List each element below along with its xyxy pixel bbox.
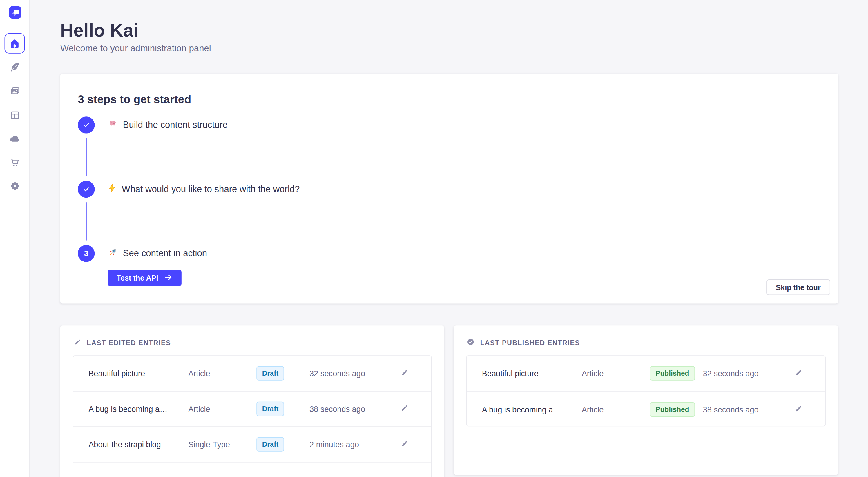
status-badge: Draft [256,437,284,452]
sidebar-item-home[interactable] [5,33,25,54]
step-3-label: See content in action [107,247,207,260]
main-content: Hello Kai Welcome to your administration… [60,0,838,477]
entry-time: 32 seconds ago [309,369,397,378]
onboarding-card: 3 steps to get started Build [60,74,838,304]
media-library-icon [9,85,20,96]
page-title: Hello Kai [60,20,138,41]
entry-type: Article [582,405,650,413]
cloud-icon [9,133,20,144]
home-icon [9,38,20,49]
status-badge: Draft [256,402,284,416]
sidebar-item-content-type-builder[interactable] [5,105,25,125]
strapi-logo [9,6,22,19]
main-sidebar [0,0,30,477]
step-3-text: See content in action [123,248,207,259]
edit-entry-button[interactable] [397,367,411,380]
step-2-label: What would you like to share with the wo… [107,184,300,195]
last-published-header: LAST PUBLISHED ENTRIES [467,338,580,348]
status-badge: Draft [256,366,284,381]
check-icon [82,121,90,129]
edit-entry-button[interactable] [792,367,805,380]
onboarding-step-1: Build the content structure [78,116,821,133]
table-row: A bug is becoming a… Article Draft 38 se… [73,391,431,427]
entry-title: A bug is becoming a… [89,404,188,413]
edit-entry-button[interactable] [397,438,411,451]
check-icon [82,185,90,193]
entry-time: 2 minutes ago [309,440,397,449]
onboarding-title: 3 steps to get started [78,93,821,106]
last-published-title: LAST PUBLISHED ENTRIES [480,339,580,347]
sidebar-item-cloud[interactable] [5,128,25,149]
entry-time: 32 seconds ago [703,369,792,378]
table-row: Beautiful picture Article Published 32 s… [467,356,825,391]
last-published-table: Beautiful picture Article Published 32 s… [466,355,826,426]
entry-type: Article [582,369,650,378]
entry-time: 38 seconds ago [309,404,397,413]
entry-type: Single-Type [188,440,256,449]
pencil-icon [794,404,802,414]
edit-entry-button[interactable] [792,403,805,416]
arrow-right-icon [164,273,172,283]
onboarding-step-3: 3 See content in action [78,245,821,262]
lightning-emoji [107,184,117,195]
edit-entry-button[interactable] [397,402,411,416]
feather-pen-icon [9,62,20,72]
status-badge: Published [650,366,695,381]
step-connector [86,202,87,241]
test-api-button[interactable]: Test the API [107,270,181,286]
pencil-icon [400,368,408,378]
step-1-text: Build the content structure [123,120,228,130]
last-edited-panel: LAST EDITED ENTRIES Beautiful picture Ar… [60,326,444,477]
entry-type: Article [188,404,256,413]
test-api-label: Test the API [117,274,158,282]
entry-title: About the strapi blog [89,440,188,449]
step-1-check-circle [78,116,95,133]
last-published-panel: LAST PUBLISHED ENTRIES Beautiful picture… [454,326,838,475]
step-connector [86,138,87,176]
step-1-label: Build the content structure [107,119,228,131]
logo-section [0,0,30,28]
step-2-text: What would you like to share with the wo… [122,184,300,195]
sidebar-item-settings[interactable] [5,176,25,196]
page-subtitle: Welcome to your administration panel [60,43,211,54]
entry-title: Beautiful picture [89,369,188,378]
table-row: Beautiful picture Article Draft 32 secon… [73,356,431,391]
last-edited-table: Beautiful picture Article Draft 32 secon… [73,355,432,477]
step-3-number: 3 [78,245,95,262]
content-type-builder-icon [9,109,20,120]
settings-gear-icon [9,180,20,191]
brain-emoji [107,119,118,131]
entry-title: Beautiful picture [482,369,582,378]
entry-title: A bug is becoming a… [482,405,582,413]
table-row: About the strapi blog Single-Type Draft … [73,427,431,462]
sidebar-item-media-library[interactable] [5,80,25,101]
table-row: A bug is becoming a… Article Published 3… [467,391,825,426]
entry-type: Article [188,369,256,378]
check-circle-icon [467,338,474,348]
rocket-emoji [107,247,118,260]
onboarding-step-2: What would you like to share with the wo… [78,181,821,198]
pencil-icon [73,338,81,348]
entry-time: 38 seconds ago [703,405,792,413]
skip-tour-button[interactable]: Skip the tour [766,279,830,295]
pencil-icon [400,439,408,449]
step-2-check-circle [78,181,95,198]
marketplace-cart-icon [9,157,20,168]
last-edited-header: LAST EDITED ENTRIES [73,338,171,348]
cta-row: Test the API [107,270,821,286]
sidebar-item-content-manager[interactable] [5,57,25,77]
pencil-icon [794,368,802,378]
last-edited-title: LAST EDITED ENTRIES [87,339,171,347]
sidebar-item-marketplace[interactable] [5,152,25,172]
pencil-icon [400,404,408,414]
status-badge: Published [650,402,695,417]
